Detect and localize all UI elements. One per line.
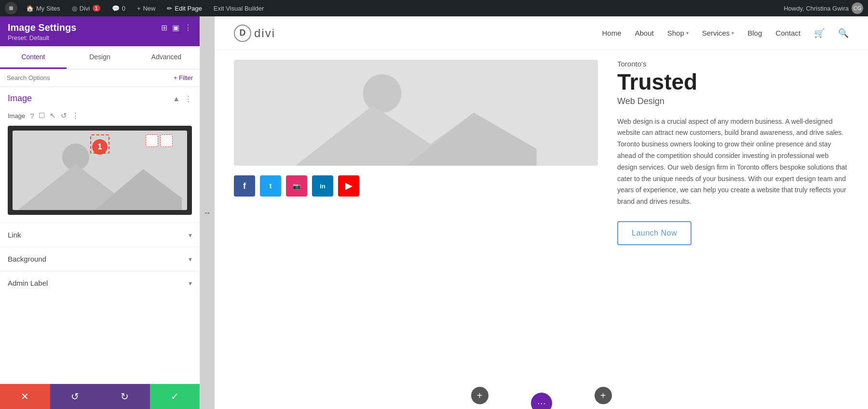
social-icons: f t 📷 in ▶: [234, 175, 598, 197]
cancel-icon: ✕: [21, 391, 29, 402]
preset-label[interactable]: Preset: Default: [8, 34, 192, 41]
panel-header-icons: ⊞ ▣ ⋮: [161, 23, 192, 32]
reset-preview-icon[interactable]: ↺: [160, 134, 173, 147]
image-section-header: Image ▲ ⋮: [0, 87, 200, 108]
divi-circle-logo: D: [234, 25, 251, 42]
delete-icon[interactable]: 🗑: [146, 134, 158, 147]
shop-dropdown-icon: ▾: [686, 30, 689, 36]
plus-icon: +: [137, 5, 141, 12]
panel-tabs: Content Design Advanced: [0, 46, 200, 69]
nav-services[interactable]: Services ▾: [702, 29, 734, 37]
image-badge: 1: [92, 139, 108, 155]
admin-bar-divi[interactable]: ◎ Divi 1: [67, 3, 105, 14]
help-icon[interactable]: ?: [30, 112, 34, 120]
resize-arrow-icon: ↔: [203, 209, 211, 217]
options-icon[interactable]: ⋮: [72, 111, 79, 120]
more-icon[interactable]: ⋮: [184, 23, 192, 32]
image-preview[interactable]: 1 🗑 ↺: [13, 131, 187, 210]
twitter-icon[interactable]: t: [260, 175, 281, 197]
services-dropdown-icon: ▾: [732, 30, 734, 36]
wp-logo-icon[interactable]: ■: [5, 2, 17, 14]
howdy-label: Howdy, Christina Gwira CG: [784, 2, 863, 14]
admin-bar-my-sites[interactable]: 🏠 My Sites: [21, 3, 65, 14]
add-section-right-button[interactable]: +: [595, 387, 612, 404]
filter-label: + Filter: [174, 74, 193, 81]
site-nav: D divi Home About Shop ▾ Services ▾ Blog…: [215, 16, 868, 50]
youtube-icon[interactable]: ▶: [338, 175, 359, 197]
tab-design[interactable]: Design: [67, 46, 133, 69]
avatar: CG: [852, 2, 863, 14]
pencil-icon: ✏: [167, 5, 172, 12]
tab-content[interactable]: Content: [0, 46, 67, 69]
search-input[interactable]: [7, 74, 170, 81]
layout-icon[interactable]: ▣: [172, 23, 179, 32]
admin-label-text: Admin Label: [8, 279, 48, 287]
section-options-button[interactable]: ⋯: [531, 393, 552, 409]
admin-bar-edit-page[interactable]: ✏ Edit Page: [162, 3, 206, 14]
site-logo: D divi: [234, 25, 275, 42]
svg-point-5: [363, 74, 402, 113]
search-icon[interactable]: 🔍: [838, 28, 849, 39]
admin-bar-exit-builder[interactable]: Exit Visual Builder: [209, 3, 269, 14]
accordion-admin-label[interactable]: Admin Label ▾: [0, 271, 200, 295]
collapse-icon[interactable]: ▲: [173, 94, 180, 103]
cart-icon[interactable]: 🛒: [814, 28, 825, 39]
web-design-label: Web Design: [617, 96, 849, 106]
instagram-icon[interactable]: 📷: [286, 175, 307, 197]
body-text: Web design is a crucial aspect of any mo…: [617, 116, 849, 208]
tab-advanced[interactable]: Advanced: [133, 46, 200, 69]
main-hero-image: [234, 60, 598, 166]
filter-button[interactable]: + Filter: [174, 74, 193, 81]
site-content: f t 📷 in ▶ Toronto's Trusted Web Design …: [215, 50, 868, 382]
add-section-left-button[interactable]: +: [471, 387, 488, 404]
mobile-icon[interactable]: ☐: [39, 111, 45, 120]
panel-header: Image Settings ⊞ ▣ ⋮ Preset: Default: [0, 16, 200, 46]
redo-button[interactable]: ↻: [100, 384, 150, 409]
nav-about[interactable]: About: [635, 29, 653, 37]
confirm-button[interactable]: ✓: [150, 384, 200, 409]
admin-bar-comments[interactable]: 💬 0: [107, 3, 130, 14]
admin-bar-new[interactable]: + New: [132, 3, 161, 14]
cursor-icon[interactable]: ↖: [50, 111, 56, 120]
reset-icon[interactable]: ↺: [61, 111, 67, 120]
cancel-button[interactable]: ✕: [0, 384, 50, 409]
nav-home[interactable]: Home: [602, 29, 621, 37]
image-section-title: Image: [8, 93, 32, 104]
link-arrow-icon: ▾: [189, 231, 192, 239]
comment-icon: 💬: [112, 5, 120, 12]
resize-handle[interactable]: ↔: [200, 16, 215, 409]
undo-icon: ↺: [71, 391, 79, 402]
image-settings-panel: Image Settings ⊞ ▣ ⋮ Preset: Default Con…: [0, 16, 200, 409]
nav-links: Home About Shop ▾ Services ▾ Blog Contac…: [602, 28, 849, 39]
section-more-icon[interactable]: ⋮: [185, 94, 192, 103]
wp-admin-bar: ■ 🏠 My Sites ◎ Divi 1 💬 0 + New ✏ Edit P…: [0, 0, 868, 16]
redo-icon: ↻: [121, 391, 129, 402]
nav-blog[interactable]: Blog: [747, 29, 762, 37]
image-controls-row: Image ? ☐ ↖ ↺ ⋮: [0, 108, 200, 126]
image-preview-container: 1 🗑 ↺: [8, 126, 192, 215]
toronto-label: Toronto's: [617, 60, 849, 68]
trusted-heading: Trusted: [617, 70, 849, 94]
background-arrow-icon: ▾: [189, 255, 192, 263]
divi-badge: 1: [93, 5, 100, 12]
background-label: Background: [8, 255, 46, 263]
bottom-overlay: + + ⋯: [215, 382, 868, 409]
facebook-icon[interactable]: f: [234, 175, 255, 197]
bottom-action-bar: ✕ ↺ ↻ ✓: [0, 384, 200, 409]
content-left: f t 📷 in ▶: [234, 60, 598, 197]
home-icon: 🏠: [26, 5, 34, 12]
search-bar: + Filter: [0, 69, 200, 87]
image-label: Image: [8, 112, 25, 119]
undo-button[interactable]: ↺: [50, 384, 100, 409]
linkedin-icon[interactable]: in: [312, 175, 333, 197]
accordion-link[interactable]: Link ▾: [0, 223, 200, 247]
divi-text-logo: divi: [254, 26, 275, 40]
admin-label-arrow-icon: ▾: [189, 279, 192, 287]
nav-contact[interactable]: Contact: [775, 29, 800, 37]
launch-now-button[interactable]: Launch Now: [617, 221, 692, 245]
nav-shop[interactable]: Shop ▾: [667, 29, 689, 37]
divi-icon: ◎: [72, 5, 77, 12]
content-right: Toronto's Trusted Web Design Web design …: [617, 60, 849, 245]
expand-icon[interactable]: ⊞: [161, 23, 167, 32]
accordion-background[interactable]: Background ▾: [0, 247, 200, 271]
